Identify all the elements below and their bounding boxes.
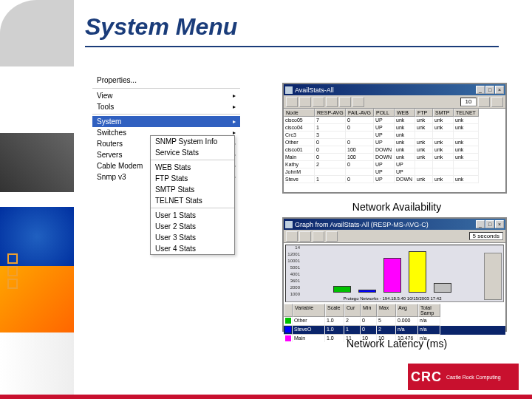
window-icon bbox=[285, 86, 293, 94]
window-minimize-button[interactable]: _ bbox=[476, 220, 485, 228]
table-row[interactable]: Other1.02050.000n/a bbox=[284, 317, 505, 326]
submenu-item-user-3-stats[interactable]: User 3 Stats bbox=[151, 232, 234, 243]
column-header[interactable] bbox=[284, 304, 293, 317]
y-tick: 1000 bbox=[290, 292, 300, 296]
table-cell: 1.0 bbox=[325, 326, 344, 335]
toolbar-button-8[interactable] bbox=[491, 97, 503, 107]
chart-bar bbox=[358, 290, 376, 293]
table-cell: 1 bbox=[315, 176, 346, 183]
color-swatch-icon bbox=[285, 318, 291, 324]
table-row[interactable]: Main0100DOWNunkunkunkunk bbox=[284, 154, 505, 161]
table-row[interactable]: cisco010100DOWNunkunkunkunk bbox=[284, 146, 505, 154]
column-header[interactable]: Cur bbox=[344, 304, 361, 317]
table-cell: 0 bbox=[346, 176, 374, 183]
latency-titlebar[interactable]: Graph from AvailStats-All (RESP-MS-AVG-C… bbox=[284, 219, 505, 230]
toolbar-button-3[interactable] bbox=[313, 231, 324, 242]
interval-dropdown[interactable]: 5 seconds bbox=[469, 232, 503, 240]
table-cell: DOWN bbox=[395, 176, 415, 183]
column-header[interactable]: RESP-AVG bbox=[315, 109, 346, 117]
chevron-right-icon: ▸ bbox=[233, 118, 236, 125]
table-cell: Main bbox=[284, 154, 315, 161]
table-cell: 0 bbox=[346, 139, 374, 146]
menu-item-tools[interactable]: Tools▸ bbox=[92, 101, 240, 112]
chart-xlabel: Protego Networks - 194.18.5.40 10/15/200… bbox=[304, 296, 481, 301]
window-close-button[interactable]: × bbox=[495, 86, 504, 94]
y-tick: 10001 bbox=[287, 259, 300, 263]
column-header[interactable]: Variable bbox=[293, 304, 325, 317]
submenu-item-user-2-stats[interactable]: User 2 Stats bbox=[151, 221, 234, 232]
chart-bar bbox=[333, 286, 351, 293]
column-header[interactable]: Node bbox=[284, 109, 315, 117]
table-cell: 0 bbox=[315, 139, 346, 146]
menu-item-system[interactable]: System▸ bbox=[92, 116, 240, 127]
table-cell bbox=[454, 161, 479, 168]
table-cell: 0 bbox=[361, 317, 377, 326]
latency-toolbar: 5 seconds bbox=[284, 230, 505, 243]
column-header[interactable]: TELNET bbox=[454, 109, 479, 117]
submenu-item-service-stats[interactable]: Service Stats bbox=[151, 147, 234, 158]
toolbar-button-1[interactable] bbox=[286, 231, 298, 242]
submenu-item-telnet-stats[interactable]: TELNET Stats bbox=[151, 195, 234, 206]
toolbar-button-2[interactable] bbox=[299, 97, 311, 107]
table-cell: unk bbox=[415, 176, 433, 183]
window-maximize-button[interactable]: □ bbox=[485, 220, 494, 228]
submenu-item-user-4-stats[interactable]: User 4 Stats bbox=[151, 243, 234, 254]
table-cell: UP bbox=[374, 139, 395, 146]
table-cell: unk bbox=[395, 154, 415, 161]
column-header[interactable]: Total Samp bbox=[418, 304, 440, 317]
toolbar-button-6[interactable] bbox=[352, 97, 364, 107]
submenu-item-snmp-system-info[interactable]: SNMP System Info bbox=[151, 136, 234, 147]
window-close-button[interactable]: × bbox=[495, 220, 504, 228]
menu-heading-properties[interactable]: Properties... bbox=[92, 74, 240, 86]
table-cell bbox=[433, 161, 454, 168]
table-row[interactable]: JohnMUPUP bbox=[284, 168, 505, 176]
window-maximize-button[interactable]: □ bbox=[485, 86, 494, 94]
toolbar-button-7[interactable] bbox=[478, 97, 490, 107]
availability-titlebar[interactable]: AvailStats-All _ □ × bbox=[284, 84, 505, 95]
column-header[interactable]: Max bbox=[377, 304, 396, 317]
toolbar-button-1[interactable] bbox=[286, 97, 298, 107]
chart-pager[interactable] bbox=[484, 253, 502, 300]
availability-window: AvailStats-All _ □ × NodeRESP-AVGFAIL-AV… bbox=[282, 83, 507, 194]
table-cell: 100 bbox=[346, 154, 374, 161]
column-header[interactable]: Min bbox=[361, 304, 377, 317]
table-cell: unk bbox=[433, 139, 454, 146]
table-cell bbox=[433, 168, 454, 176]
column-header[interactable]: SMTP bbox=[433, 109, 454, 117]
menu-item-view[interactable]: View▸ bbox=[92, 90, 240, 101]
table-row[interactable]: SteveO1.0102n/an/a bbox=[284, 326, 505, 335]
table-cell: unk bbox=[395, 124, 415, 132]
column-header[interactable]: Avg bbox=[396, 304, 418, 317]
table-row[interactable]: Kathy20UPUP bbox=[284, 161, 505, 168]
toolbar-button-4[interactable] bbox=[326, 231, 338, 242]
toolbar-button-2[interactable] bbox=[299, 231, 311, 242]
column-header[interactable]: FAIL-AVG bbox=[346, 109, 374, 117]
column-header[interactable]: Scale bbox=[325, 304, 344, 317]
column-header[interactable]: POLL bbox=[374, 109, 395, 117]
table-row[interactable]: Crc33UPunk bbox=[284, 132, 505, 139]
table-cell: unk bbox=[454, 139, 479, 146]
table-row[interactable]: Steve10UPDOWNunkunkunk bbox=[284, 176, 505, 183]
table-cell: unk bbox=[395, 139, 415, 146]
toolbar-interval-input[interactable] bbox=[460, 98, 477, 106]
toolbar-button-3[interactable] bbox=[313, 97, 324, 107]
y-tick: 2000 bbox=[290, 285, 300, 290]
table-row[interactable]: cisco0570UPunkunkunkunk bbox=[284, 117, 505, 124]
table-cell bbox=[433, 132, 454, 139]
table-cell: UP bbox=[374, 117, 395, 124]
submenu-item-web-stats[interactable]: WEB Stats bbox=[151, 162, 234, 173]
table-cell: UP bbox=[395, 161, 415, 168]
toolbar-button-5[interactable] bbox=[339, 97, 351, 107]
table-cell: n/a bbox=[396, 326, 418, 335]
submenu-item-smtp-stats[interactable]: SMTP Stats bbox=[151, 184, 234, 195]
table-cell: 0 bbox=[361, 326, 377, 335]
table-row[interactable]: cisco0410UPunkunkunkunk bbox=[284, 124, 505, 132]
submenu-item-user-1-stats[interactable]: User 1 Stats bbox=[151, 210, 234, 221]
column-header[interactable]: FTP bbox=[415, 109, 433, 117]
submenu-item-ftp-stats[interactable]: FTP Stats bbox=[151, 173, 234, 184]
toolbar-button-4[interactable] bbox=[326, 97, 338, 107]
table-row[interactable]: Other00UPunkunkunkunk bbox=[284, 139, 505, 146]
column-header[interactable]: WEB bbox=[395, 109, 415, 117]
window-minimize-button[interactable]: _ bbox=[476, 86, 485, 94]
logo-mark: CRC bbox=[411, 369, 442, 385]
